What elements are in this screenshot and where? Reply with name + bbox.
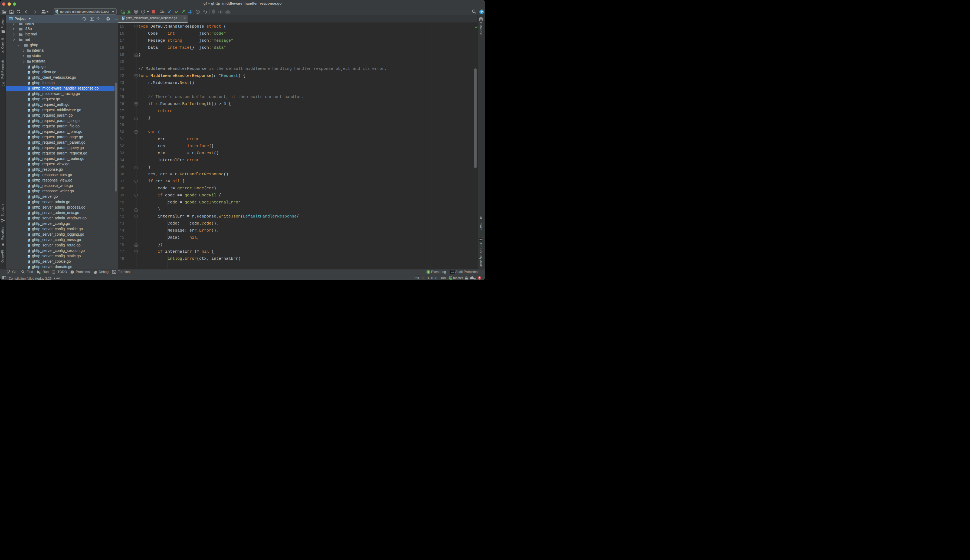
svg-text:1: 1 — [427, 270, 429, 273]
svg-text:/API: /API — [479, 238, 482, 240]
svg-text:/API: /API — [451, 272, 454, 273]
